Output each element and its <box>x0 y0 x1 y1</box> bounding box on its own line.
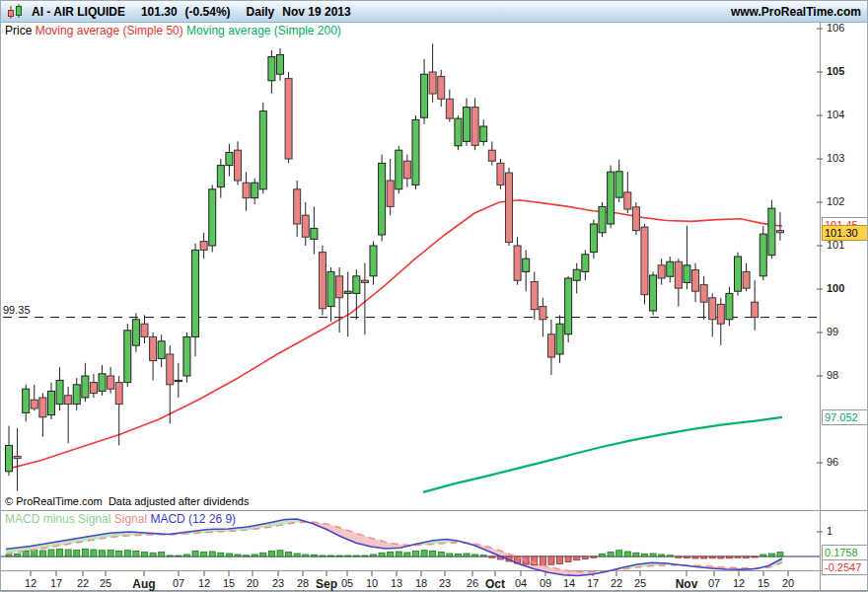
x-tick-label: 25 <box>634 577 646 589</box>
ma50-legend-label: Moving average (Simple 50) <box>36 24 183 37</box>
macd-hist-legend-label: MACD minus Signal <box>5 512 110 526</box>
x-tick-label: 13 <box>391 577 402 589</box>
x-tick-label: 12 <box>733 577 745 589</box>
macd-signal-value-box: -0.2547 <box>822 559 868 575</box>
price-axis-label: 102 <box>827 195 844 207</box>
x-tick-label: 17 <box>587 577 599 589</box>
x-tick-label: 04 <box>515 577 527 589</box>
x-tick-label: Oct <box>485 577 505 591</box>
x-tick-label: 17 <box>50 577 62 589</box>
x-tick-label: 28 <box>297 577 309 589</box>
copyright-row: © ProRealTime.com Data adjusted after di… <box>5 495 249 507</box>
x-tick-label: 22 <box>611 577 622 589</box>
macd-legend: MACD minus Signal Signal MACD (12 26 9) <box>5 512 236 526</box>
ma200-value-box: 97.052 <box>822 409 868 425</box>
price-axis-label: 105 <box>827 65 844 77</box>
x-tick-label: 25 <box>100 577 111 589</box>
x-tick-label: 22 <box>77 577 89 589</box>
x-tick-label: 23 <box>272 577 284 589</box>
x-tick-label: Aug <box>132 577 155 591</box>
macd-fill-areas <box>6 519 782 576</box>
x-tick-label: 15 <box>758 577 769 589</box>
x-tick-label: 26 <box>467 577 478 589</box>
x-tick-label: 07 <box>708 577 720 589</box>
last-price-box: 101.30 <box>822 225 868 241</box>
ma200-legend-label: Moving average (Simple 200) <box>186 24 341 37</box>
price-axis-label: 96 <box>827 456 838 468</box>
price-axis-label: 100 <box>827 282 844 294</box>
price-axis-label: 99 <box>827 326 838 337</box>
adjusted-note-label: Data adjusted after dividends <box>108 495 249 507</box>
price-legend: Price Moving average (Simple 50) Moving … <box>5 24 341 37</box>
candlestick-series <box>6 43 784 490</box>
price-legend-label: Price <box>5 24 32 37</box>
x-tick-label: Sep <box>316 577 337 591</box>
x-tick-label: 12 <box>198 577 210 589</box>
ma50-line <box>6 200 782 470</box>
x-tick-label: 14 <box>563 577 575 589</box>
x-tick-label: Nov <box>676 577 698 591</box>
macd-signal-legend-label: Signal <box>114 512 147 526</box>
ma200-line <box>423 417 782 492</box>
x-tick-label: 18 <box>415 577 427 589</box>
macd-main-legend-label: MACD (12 26 9) <box>150 512 236 526</box>
x-tick-label: 10 <box>366 577 378 589</box>
app-root: AI - AIR LIQUIDE 101.30 (-0.54%) Daily N… <box>0 0 868 592</box>
price-axis-label: 106 <box>827 22 844 34</box>
x-tick-label: 05 <box>341 577 353 589</box>
price-axis-label: 104 <box>827 109 844 120</box>
macd-scale-label: 1 <box>827 525 832 537</box>
level-line-label: 99.35 <box>3 304 31 316</box>
x-tick-label: 12 <box>25 577 36 589</box>
copyright-label: © ProRealTime.com <box>5 495 103 507</box>
macd-hist-value-box: 0.1758 <box>822 545 868 560</box>
x-tick-label: 23 <box>439 577 451 589</box>
x-tick-label: 20 <box>247 577 258 589</box>
x-tick-label: 15 <box>223 577 235 589</box>
price-axis-label: 103 <box>827 152 844 164</box>
price-axis-label: 98 <box>827 369 838 381</box>
x-tick-label: 09 <box>540 577 551 589</box>
x-tick-label: 07 <box>173 577 184 589</box>
x-tick-label: 20 <box>782 577 794 589</box>
